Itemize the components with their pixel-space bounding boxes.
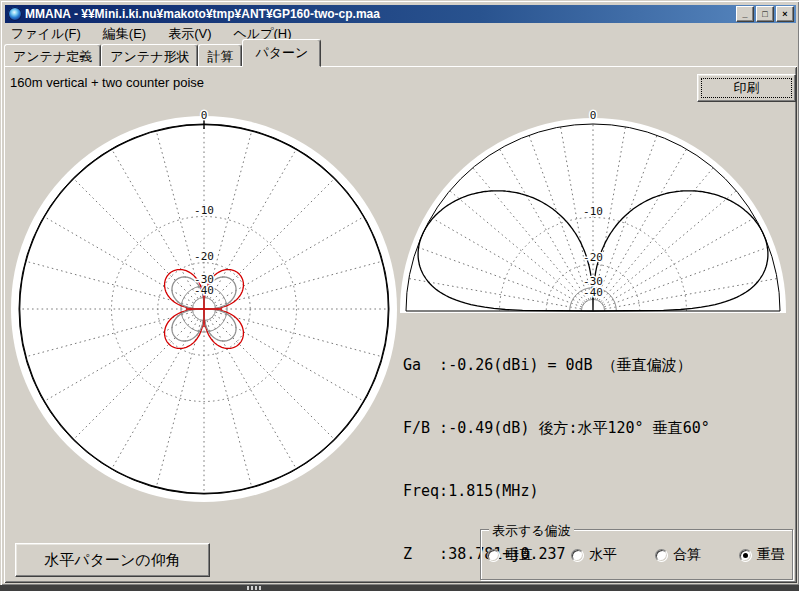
desktop-taskbar-sliver [0,585,799,591]
menu-view[interactable]: 表示(V) [164,24,215,44]
maximize-button[interactable]: □ [756,6,774,22]
svg-text:0: 0 [201,109,208,122]
tab-antenna-definition[interactable]: アンテナ定義 [4,44,101,67]
mmana-app-icon [8,7,22,21]
radio-combined-circle[interactable] [655,549,668,562]
radio-superimposed-circle[interactable] [739,549,752,562]
print-button[interactable]: 印刷 [697,74,796,102]
tab-calculation[interactable]: 計算 [198,44,242,67]
svg-text:-20: -20 [583,251,603,264]
radio-combined[interactable]: 合算 [655,546,701,564]
result-gain: Ga :-0.26(dBi) = 0dB （垂直偏波） [403,355,710,376]
taskbar-marks [247,586,261,590]
svg-text:-40: -40 [194,284,214,297]
radio-vertical-circle[interactable] [487,549,500,562]
tab-antenna-shape[interactable]: アンテナ形状 [101,44,198,67]
svg-text:-20: -20 [194,250,214,263]
antenna-description: 160m vertical + two counter poise [10,75,204,90]
elevation-pattern-plot: 0-10-20-30-40 [399,101,795,316]
polarization-group: 表示する偏波 垂直 水平 合算 重畳 [480,529,793,580]
radio-horizontal-circle[interactable] [571,549,584,562]
minimize-button[interactable]: _ [736,6,754,22]
radio-horizontal[interactable]: 水平 [571,546,617,564]
menu-edit[interactable]: 編集(E) [99,24,150,44]
mmana-window: MMANA - ¥¥Mini.i.ki.nu¥makoto¥tmp¥ANT¥GP… [0,0,799,586]
svg-text:-40: -40 [583,286,603,299]
polarization-legend: 表示する偏波 [489,522,574,540]
result-frequency: Freq:1.815(MHz) [403,481,710,502]
azimuth-pattern-plot: 0-10-20-30-40 [1,101,401,513]
svg-text:0: 0 [590,109,597,122]
menu-file[interactable]: ファイル(F) [7,24,85,44]
window-title: MMANA - ¥¥Mini.i.ki.nu¥makoto¥tmp¥ANT¥GP… [25,7,736,21]
radio-superimposed[interactable]: 重畳 [739,546,785,564]
tab-strip: アンテナ定義 アンテナ形状 計算 パターン [4,43,321,67]
svg-text:-10: -10 [194,204,214,217]
svg-text:-10: -10 [583,205,603,218]
radio-vertical[interactable]: 垂直 [487,546,533,564]
horizontal-pattern-elevation-button[interactable]: 水平パターンの仰角 [15,543,210,577]
title-bar[interactable]: MMANA - ¥¥Mini.i.ki.nu¥makoto¥tmp¥ANT¥GP… [5,5,796,23]
tab-pattern[interactable]: パターン [242,39,321,67]
close-button[interactable]: × [776,6,794,22]
result-front-back: F/B :-0.49(dB) 後方:水平120° 垂直60° [403,418,710,439]
